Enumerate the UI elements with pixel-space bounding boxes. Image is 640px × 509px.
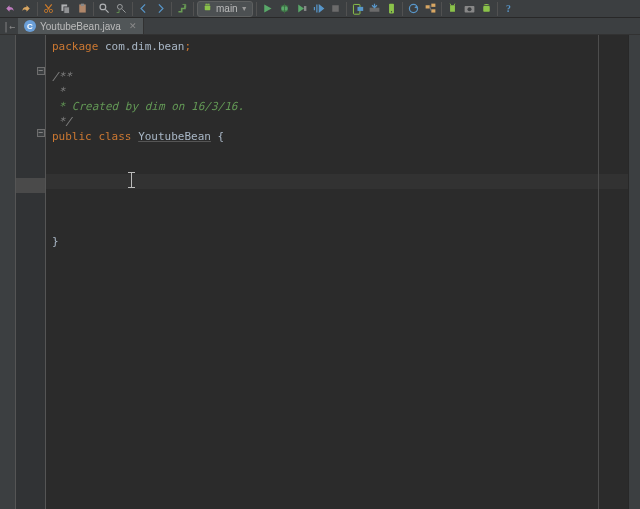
svg-rect-16	[304, 6, 306, 11]
editor-gutter[interactable]: − −	[16, 35, 46, 509]
run-config-selector[interactable]: main ▼	[197, 1, 253, 17]
code-line	[46, 144, 628, 159]
gutter-highlight	[16, 178, 45, 193]
cut-icon[interactable]	[41, 1, 56, 16]
class-file-icon: C	[24, 20, 36, 32]
undo-icon[interactable]	[2, 1, 17, 16]
tool-window-stripe-left[interactable]	[0, 35, 16, 509]
redo-icon[interactable]	[19, 1, 34, 16]
code-line: */	[46, 114, 628, 129]
fold-toggle-icon[interactable]: −	[37, 129, 45, 137]
error-stripe[interactable]	[628, 35, 640, 509]
separator	[402, 2, 403, 16]
separator	[441, 2, 442, 16]
make-icon[interactable]	[175, 1, 190, 16]
separator	[193, 2, 194, 16]
sdk-manager-icon[interactable]	[367, 1, 382, 16]
help-icon[interactable]: ?	[501, 1, 516, 16]
svg-point-0	[44, 9, 47, 12]
svg-rect-24	[431, 4, 435, 7]
svg-rect-3	[64, 7, 70, 14]
code-line	[46, 54, 628, 69]
find-icon[interactable]	[97, 1, 112, 16]
code-line: public class YoutubeBean {	[46, 129, 628, 144]
svg-rect-31	[483, 6, 490, 12]
separator	[171, 2, 172, 16]
code-line: * Created by dim on 16/3/16.	[46, 99, 628, 114]
sync-gradle-icon[interactable]	[406, 1, 421, 16]
editor-tab-bar: |← C YoutubeBean.java ✕	[0, 18, 640, 35]
stop-icon[interactable]	[328, 1, 343, 16]
forward-icon[interactable]	[153, 1, 168, 16]
svg-line-27	[450, 4, 451, 6]
text-cursor	[131, 172, 132, 188]
file-tab-active[interactable]: C YoutubeBean.java ✕	[18, 18, 144, 34]
code-line	[46, 189, 628, 204]
svg-line-7	[105, 9, 108, 12]
separator	[37, 2, 38, 16]
run-icon[interactable]	[260, 1, 275, 16]
code-line	[46, 204, 628, 219]
svg-rect-23	[425, 5, 429, 8]
svg-point-6	[100, 4, 106, 10]
chevron-down-icon: ▼	[241, 5, 248, 12]
code-editor[interactable]: package com.dim.bean; /** * * Created by…	[46, 35, 628, 509]
svg-rect-25	[431, 9, 435, 12]
separator	[346, 2, 347, 16]
svg-rect-17	[332, 5, 339, 12]
paste-icon[interactable]	[75, 1, 90, 16]
code-line: /**	[46, 69, 628, 84]
tab-filename: YoutubeBean.java	[40, 21, 121, 32]
right-margin-guide	[598, 35, 599, 509]
copy-icon[interactable]	[58, 1, 73, 16]
code-line	[46, 219, 628, 234]
code-line: package com.dim.bean;	[46, 39, 628, 54]
project-structure-icon[interactable]	[423, 1, 438, 16]
replace-icon[interactable]	[114, 1, 129, 16]
separator	[497, 2, 498, 16]
svg-point-30	[467, 7, 471, 11]
run-config-label: main	[216, 3, 238, 14]
ddms-icon[interactable]	[384, 1, 399, 16]
adb-icon[interactable]	[445, 1, 460, 16]
fold-toggle-icon[interactable]: −	[37, 67, 45, 75]
capture-icon[interactable]	[462, 1, 477, 16]
close-tab-icon[interactable]: ✕	[129, 21, 137, 31]
attach-debugger-icon[interactable]	[311, 1, 326, 16]
svg-rect-5	[81, 4, 84, 6]
svg-point-1	[49, 9, 52, 12]
run-coverage-icon[interactable]	[294, 1, 309, 16]
svg-rect-26	[450, 5, 455, 12]
svg-rect-19	[357, 7, 363, 11]
avd-manager-icon[interactable]	[350, 1, 365, 16]
separator	[93, 2, 94, 16]
debug-icon[interactable]	[277, 1, 292, 16]
editor-area: − − package com.dim.bean; /** * * Create…	[0, 35, 640, 509]
svg-rect-9	[205, 5, 211, 10]
separator	[132, 2, 133, 16]
separator	[256, 2, 257, 16]
android-icon	[202, 2, 213, 15]
svg-line-28	[454, 4, 455, 6]
code-line: *	[46, 84, 628, 99]
android-monitor-icon[interactable]	[479, 1, 494, 16]
svg-text:?: ?	[506, 3, 511, 14]
back-icon[interactable]	[136, 1, 151, 16]
hide-tool-window-icon[interactable]: |←	[0, 18, 18, 34]
code-line: }	[46, 234, 628, 249]
main-toolbar: main ▼ ?	[0, 0, 640, 18]
svg-point-8	[117, 4, 122, 9]
svg-point-22	[390, 11, 391, 12]
